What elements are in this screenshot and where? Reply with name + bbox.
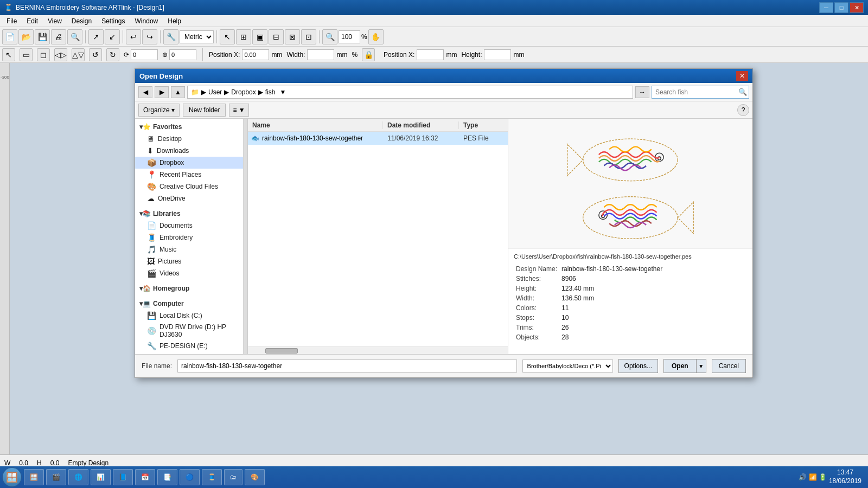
cancel-button[interactable]: Cancel (712, 359, 746, 373)
taskbar-item-5[interactable]: 📅 (135, 469, 155, 485)
zoom-input[interactable] (339, 30, 360, 43)
forward-button[interactable]: ▶ (155, 86, 169, 98)
grid2-button[interactable]: ⊟ (269, 29, 284, 44)
transform-button[interactable]: ⊡ (301, 29, 316, 44)
options-button[interactable]: Options... (618, 359, 658, 373)
position-x-input[interactable] (242, 49, 269, 60)
menu-window[interactable]: Window (131, 16, 163, 26)
menu-design[interactable]: Design (67, 16, 96, 26)
sidebar-item-downloads[interactable]: ⬇ Downloads (135, 145, 243, 157)
taskbar-item-6[interactable]: 📑 (157, 469, 177, 485)
up-button[interactable]: ▲ (171, 86, 185, 98)
sidebar-item-pictures[interactable]: 🖼 Pictures (135, 255, 243, 267)
open-button[interactable]: 📂 (18, 29, 34, 44)
taskbar-item-1[interactable]: 🎬 (46, 469, 66, 485)
undo-button[interactable]: ↩ (126, 29, 141, 44)
print-button[interactable]: 🖨 (51, 29, 66, 44)
minimize-button[interactable]: ─ (819, 2, 833, 13)
search-input[interactable] (652, 86, 749, 99)
select-button[interactable]: ↖ (220, 29, 235, 44)
grid-button[interactable]: ⊞ (236, 29, 251, 44)
help-button[interactable]: ? (737, 104, 749, 116)
rotate-input[interactable] (131, 49, 158, 60)
rotate-cw-button[interactable]: ↻ (106, 48, 119, 61)
redo-button[interactable]: ↪ (142, 29, 157, 44)
view-mode-button[interactable]: ≡ ▼ (229, 104, 248, 117)
organize-button[interactable]: Organize ▾ (138, 104, 180, 117)
import-button[interactable]: ↙ (105, 29, 120, 44)
sidebar-item-recent-places[interactable]: 📍 Recent Places (135, 169, 243, 181)
favorites-header[interactable]: ▾ ⭐ Favorites (135, 121, 243, 133)
sidebar-item-local-disk[interactable]: 💾 Local Disk (C:) (135, 310, 243, 322)
back-button[interactable]: ◀ (138, 86, 152, 98)
maximize-button[interactable]: □ (834, 2, 848, 13)
filename-input[interactable] (177, 359, 517, 373)
taskbar-item-7[interactable]: 🔵 (180, 469, 200, 485)
col-type[interactable]: Type (459, 121, 508, 129)
file-row[interactable]: 🐟 rainbow-fish-180-130-sew-together 11/0… (248, 132, 508, 145)
menu-edit[interactable]: Edit (22, 16, 42, 26)
rect-button[interactable]: ▭ (20, 48, 33, 61)
rect2-button[interactable]: ◻ (37, 48, 50, 61)
zoom-out-button[interactable]: 🔍 (322, 29, 337, 44)
lock-button[interactable]: 🔒 (362, 48, 375, 61)
new-button[interactable]: 📄 (2, 29, 17, 44)
taskbar-item-0[interactable]: 🪟 (24, 469, 44, 485)
open-file-button[interactable]: Open (663, 359, 697, 373)
start-button[interactable]: 🪟 (2, 467, 22, 487)
sidebar-item-documents[interactable]: 📄 Documents (135, 220, 243, 232)
sidebar-item-videos[interactable]: 🎬 Videos (135, 267, 243, 279)
sidebar-item-dropbox[interactable]: 📦 Dropbox (135, 157, 243, 169)
breadcrumb-dropdown[interactable]: ▼ (279, 88, 286, 96)
computer-header[interactable]: ▾ 💻 Computer (135, 298, 243, 310)
pan-button[interactable]: ✋ (368, 29, 384, 44)
grid3-button[interactable]: ⊠ (285, 29, 300, 44)
menu-settings[interactable]: Settings (97, 16, 129, 26)
new-folder-button[interactable]: New folder (183, 104, 226, 117)
taskbar-item-4[interactable]: 📘 (113, 469, 133, 485)
libraries-header[interactable]: ▾ 📚 Libraries (135, 208, 243, 220)
taskbar-item-3[interactable]: 📊 (91, 469, 111, 485)
menu-help[interactable]: Help (163, 16, 186, 26)
open-dropdown-button[interactable]: ▼ (697, 359, 706, 373)
col-date[interactable]: Date modified (383, 121, 459, 129)
sidebar-item-desktop[interactable]: 🖥 Desktop (135, 133, 243, 145)
breadcrumb-dropbox[interactable]: Dropbox (231, 88, 256, 96)
width-input[interactable] (307, 49, 334, 60)
arrow-button[interactable]: ↖ (2, 48, 15, 61)
rotate-ccw-button[interactable]: ↺ (89, 48, 102, 61)
search-button[interactable]: 🔍 (67, 29, 82, 44)
taskbar-item-8[interactable]: 🧵 (202, 469, 222, 485)
move-input[interactable] (169, 49, 196, 60)
save-button[interactable]: 💾 (35, 29, 50, 44)
sidebar-item-dvd-drive[interactable]: 💿 DVD RW Drive (D:) HP DJ3630 (135, 322, 243, 340)
sidebar-item-onedrive[interactable]: ☁ OneDrive (135, 192, 243, 204)
taskbar-item-2[interactable]: 🌐 (68, 469, 88, 485)
homegroup-header[interactable]: ▾ 🏠 Homegroup (135, 282, 243, 294)
resize-handle[interactable] (244, 119, 248, 354)
breadcrumb-fish[interactable]: fish (265, 88, 276, 96)
filetype-dropdown[interactable]: Brother/Babylock/Deco (*.Pi (522, 359, 613, 373)
menu-view[interactable]: View (43, 16, 66, 26)
hscroll-thumb[interactable] (265, 348, 298, 354)
taskbar-item-9[interactable]: 🗂 (224, 469, 242, 485)
metric-dropdown[interactable]: Metric (180, 30, 214, 43)
flip-v-button[interactable]: △▽ (72, 48, 85, 61)
flip-h-button[interactable]: ◁▷ (54, 48, 67, 61)
wrench-button[interactable]: 🔧 (163, 29, 178, 44)
horizontal-scrollbar[interactable] (248, 346, 508, 354)
search-submit-button[interactable]: 🔍 (738, 88, 747, 96)
frame-button[interactable]: ▣ (252, 29, 267, 44)
height-input[interactable] (484, 49, 511, 60)
export-button[interactable]: ↗ (88, 29, 104, 44)
sidebar-item-creative-cloud[interactable]: 🎨 Creative Cloud Files (135, 181, 243, 192)
close-button[interactable]: ✕ (850, 2, 864, 13)
sidebar-item-embroidery[interactable]: 🧵 Embroidery (135, 232, 243, 243)
taskbar-item-10[interactable]: 🎨 (245, 469, 265, 485)
sidebar-item-pe-design[interactable]: 🔧 PE-DESIGN (E:) (135, 340, 243, 352)
breadcrumb-user[interactable]: User (208, 88, 222, 96)
menu-file[interactable]: File (2, 16, 21, 26)
sidebar-item-music[interactable]: 🎵 Music (135, 243, 243, 255)
position-y-input[interactable] (417, 49, 444, 60)
col-name[interactable]: Name (248, 121, 383, 129)
